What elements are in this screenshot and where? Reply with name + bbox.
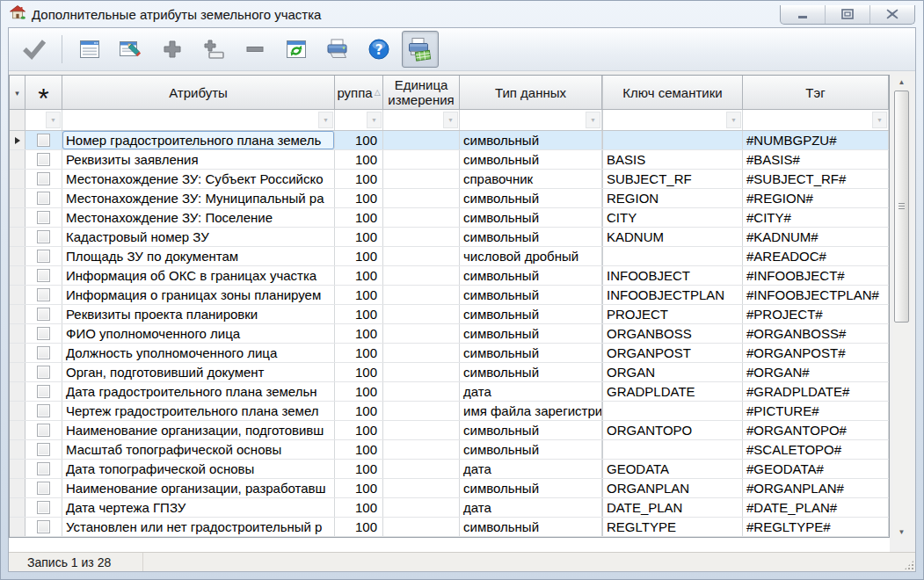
cell-semantic-key[interactable]: GRADPLDATE <box>602 382 743 401</box>
cell-group[interactable]: 100 <box>335 382 383 401</box>
cell-tag[interactable]: #ORGANPLAN# <box>743 479 889 497</box>
filter-cell-star[interactable]: ▼ <box>25 110 62 130</box>
cell-star[interactable] <box>25 402 62 420</box>
table-row[interactable]: Наименование организации, подготовивш100… <box>10 421 889 440</box>
table-row[interactable]: Местонахождение ЗУ: Субъект Российско100… <box>10 170 889 189</box>
cell-data-type[interactable]: символьный <box>460 305 602 323</box>
cell-tag[interactable]: #BASIS# <box>743 150 889 169</box>
cell-unit[interactable] <box>383 324 460 343</box>
table-row[interactable]: Орган, подготовивший документ100символьн… <box>10 363 889 382</box>
cell-group[interactable]: 100 <box>335 305 383 323</box>
cell-attribute[interactable]: Дата топографической основы <box>62 460 335 478</box>
scrollbar-thumb[interactable] <box>894 91 909 323</box>
cell-semantic-key[interactable]: REGLTYPE <box>602 518 743 536</box>
cell-indicator[interactable] <box>10 363 25 381</box>
cell-data-type[interactable]: дата <box>460 382 602 401</box>
table-row[interactable]: Кадастровый номер ЗУ100символьныйKADNUM#… <box>10 228 889 247</box>
cell-attribute[interactable]: Дата градостроительного плана земельн <box>62 382 335 401</box>
cell-indicator[interactable] <box>10 266 25 285</box>
cell-unit[interactable] <box>383 402 460 420</box>
print-button[interactable] <box>319 31 356 68</box>
cell-unit[interactable] <box>383 208 460 227</box>
cell-unit[interactable] <box>383 305 460 323</box>
cell-data-type[interactable]: символьный <box>460 150 602 169</box>
cell-tag[interactable]: #PICTURE# <box>743 402 889 420</box>
row-checkbox[interactable] <box>37 366 50 379</box>
edit-record-button[interactable] <box>113 31 149 68</box>
row-checkbox[interactable] <box>37 288 50 301</box>
cell-unit[interactable] <box>383 498 460 517</box>
delete-record-button[interactable] <box>236 31 273 68</box>
row-checkbox[interactable] <box>37 192 50 205</box>
column-header-group[interactable]: руппа△ <box>335 76 383 109</box>
cell-data-type[interactable]: символьный <box>460 440 602 459</box>
view-card-button[interactable] <box>71 31 108 68</box>
cell-indicator[interactable] <box>10 440 25 459</box>
cell-tag[interactable]: #ORGAN# <box>743 363 889 381</box>
table-row[interactable]: Площадь ЗУ по документам100числовой дроб… <box>10 247 889 266</box>
cell-data-type[interactable]: символьный <box>460 189 602 207</box>
cell-star[interactable] <box>25 324 62 343</box>
help-button[interactable]: ? <box>360 31 397 68</box>
table-row[interactable]: Дата градостроительного плана земельн100… <box>10 382 889 402</box>
cell-star[interactable] <box>25 382 62 401</box>
row-checkbox[interactable] <box>37 327 50 340</box>
scroll-down-button[interactable]: ▼ <box>893 526 910 539</box>
cell-tag[interactable]: #AREADOC# <box>743 247 889 265</box>
cell-data-type[interactable]: символьный <box>460 344 602 362</box>
cell-group[interactable]: 100 <box>335 344 383 362</box>
scroll-up-button[interactable]: ▲ <box>893 76 910 89</box>
cell-star[interactable] <box>25 498 62 517</box>
cell-attribute[interactable]: Наименование организации, разработавш <box>62 479 335 497</box>
column-header-star[interactable]: * <box>25 76 62 109</box>
add-record-button[interactable] <box>154 31 191 68</box>
filter-cell-unit[interactable]: ▼ <box>383 110 460 130</box>
cell-star[interactable] <box>25 170 62 188</box>
table-row[interactable]: ФИО уполномоченного лица100символьныйORG… <box>10 324 889 344</box>
cell-attribute[interactable]: Местонахождение ЗУ: Поселение <box>62 208 335 227</box>
cell-tag[interactable]: #SCALETOPO# <box>743 440 889 459</box>
cell-unit[interactable] <box>383 460 460 478</box>
cell-attribute[interactable]: Местонахождение ЗУ: Субъект Российско <box>62 170 335 188</box>
cell-group[interactable]: 100 <box>335 324 383 343</box>
cell-data-type[interactable]: символьный <box>460 286 602 304</box>
cell-star[interactable] <box>25 208 62 227</box>
cell-data-type[interactable]: справочник <box>460 170 602 188</box>
cell-tag[interactable]: #REGLTYPE# <box>743 518 889 536</box>
cell-indicator[interactable] <box>10 228 25 246</box>
filter-dropdown-icon[interactable]: ▼ <box>46 112 61 128</box>
cell-indicator[interactable] <box>10 247 25 265</box>
cell-star[interactable] <box>25 189 62 207</box>
cell-indicator[interactable] <box>10 460 25 478</box>
table-row[interactable]: Масштаб топографической основы100символь… <box>10 440 889 460</box>
cell-group[interactable]: 100 <box>335 131 383 149</box>
cell-tag[interactable]: #INFOOBJECT# <box>743 266 889 285</box>
cell-unit[interactable] <box>383 421 460 439</box>
cell-indicator[interactable] <box>10 170 25 188</box>
cell-data-type[interactable]: символьный <box>460 363 602 381</box>
cell-semantic-key[interactable]: KADNUM <box>602 228 743 246</box>
row-checkbox[interactable] <box>37 153 50 166</box>
row-checkbox[interactable] <box>37 172 50 185</box>
cell-star[interactable] <box>25 228 62 246</box>
row-checkbox[interactable] <box>37 211 50 224</box>
cell-unit[interactable] <box>383 344 460 362</box>
cell-tag[interactable]: #ORGANBOSS# <box>743 324 889 343</box>
cell-group[interactable]: 100 <box>335 208 383 227</box>
cell-attribute[interactable]: Реквизиты заявления <box>62 150 335 169</box>
cell-star[interactable] <box>25 363 62 381</box>
cell-semantic-key[interactable]: ORGANTOPO <box>602 421 743 439</box>
cell-group[interactable]: 100 <box>335 286 383 304</box>
filter-cell-group[interactable]: ▼ <box>335 110 383 130</box>
table-row[interactable]: Дата топографической основы100датаGEODAT… <box>10 460 889 479</box>
cell-semantic-key[interactable]: ORGAN <box>602 363 743 381</box>
cell-attribute[interactable]: Дата чертежа ГПЗУ <box>62 498 335 517</box>
print-map-button[interactable] <box>402 31 439 68</box>
cell-star[interactable] <box>25 440 62 459</box>
table-row[interactable]: Местонахождение ЗУ: Муниципальный ра100с… <box>10 189 889 208</box>
cell-semantic-key[interactable]: DATE_PLAN <box>602 498 743 517</box>
cell-indicator[interactable] <box>10 402 25 420</box>
table-row[interactable]: Местонахождение ЗУ: Поселение100символьн… <box>10 208 889 228</box>
row-checkbox[interactable] <box>37 346 50 359</box>
column-header-unit[interactable]: Единица измерения <box>383 76 460 109</box>
